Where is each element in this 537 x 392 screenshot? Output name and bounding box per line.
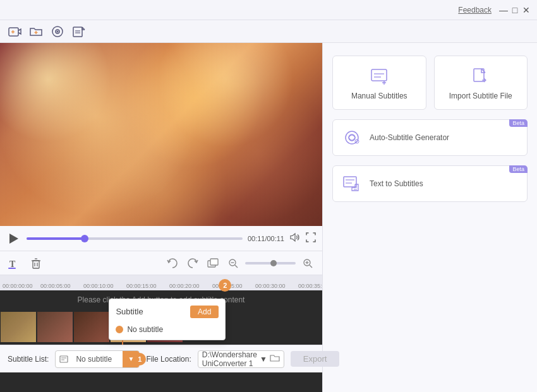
- close-button[interactable]: ✕: [521, 4, 532, 16]
- copy-tracks-icon[interactable]: [205, 255, 221, 271]
- folder-icon[interactable]: [270, 353, 280, 364]
- play-button[interactable]: [6, 231, 21, 246]
- time-display: 00:11/00:11: [248, 235, 284, 242]
- restore-button[interactable]: □: [509, 4, 521, 16]
- export-button[interactable]: Export: [291, 351, 340, 367]
- no-subtitle-item-label: No subtitle: [127, 325, 163, 334]
- svg-rect-15: [8, 268, 16, 269]
- svg-rect-38: [474, 69, 484, 81]
- svg-rect-16: [33, 261, 39, 268]
- fullscreen-icon[interactable]: [306, 232, 316, 244]
- feedback-link[interactable]: Feedback: [458, 6, 492, 15]
- subtitle-options-row: Manual Subtitles Import Subtitle File: [332, 56, 528, 110]
- left-panel: 00:11/00:11: [0, 43, 322, 392]
- video-bokeh: [0, 43, 322, 226]
- svg-rect-30: [60, 356, 68, 362]
- video-preview: [0, 43, 322, 226]
- ruler-label-6: 00:00:30:00: [255, 283, 286, 289]
- redo-icon[interactable]: [184, 255, 201, 271]
- file-location-path: D:\Wondershare UniConverter 1: [202, 350, 257, 368]
- auto-subtitle-label: Auto-Subtitle Generator: [370, 133, 449, 142]
- auto-subtitle-option[interactable]: Beta Auto-Subtitle Generator: [332, 119, 528, 156]
- subtitle-list-label: Subtitle List:: [8, 355, 49, 364]
- volume-icon[interactable]: [289, 232, 301, 244]
- import-subtitle-icon: [469, 65, 492, 88]
- progress-thumb: [81, 235, 88, 242]
- file-location-chevron: ▼: [260, 355, 267, 364]
- import-subtitle-label: Import Subtitle File: [449, 92, 512, 100]
- subtitle-select[interactable]: No subtitle ▼: [55, 350, 140, 368]
- right-panel: Manual Subtitles Import Subtitle File Be…: [322, 43, 537, 392]
- text-to-subtitle-label: Text to Subtitles: [370, 179, 423, 188]
- badge-2: 2: [219, 279, 231, 292]
- add-folder-icon[interactable]: [28, 23, 44, 40]
- minimize-button[interactable]: —: [498, 4, 509, 16]
- screen-record-icon[interactable]: [49, 23, 66, 40]
- add-video-icon[interactable]: [6, 23, 23, 40]
- zoom-thumb: [270, 260, 277, 266]
- text-to-subtitle-option[interactable]: Beta Text to Subtitles: [332, 165, 528, 202]
- svg-rect-22: [210, 259, 218, 265]
- subtitle-dropdown-menu: Subtitle Add No subtitle 2: [109, 299, 226, 340]
- no-subtitle-text: No subtitle: [72, 355, 123, 364]
- ruler-label-4: 00:00:20:00: [169, 283, 200, 289]
- manual-subtitles-option[interactable]: Manual Subtitles: [332, 56, 426, 110]
- dropdown-add-button[interactable]: Add: [190, 306, 219, 318]
- playback-bar: 00:11/00:11: [0, 226, 322, 251]
- dropdown-header: Subtitle Add: [109, 302, 225, 322]
- progress-bar[interactable]: [27, 237, 243, 240]
- import-icon[interactable]: [71, 23, 87, 40]
- ruler-label-7: 00:00:35:00: [298, 283, 322, 289]
- zoom-slider[interactable]: [245, 262, 296, 264]
- edit-right-tools: [164, 255, 316, 271]
- zoom-in-icon[interactable]: [299, 255, 316, 271]
- svg-rect-33: [371, 69, 387, 81]
- svg-point-40: [346, 131, 358, 144]
- play-triangle-icon: [9, 234, 18, 244]
- subtitle-bar: Subtitle List: No subtitle ▼ 1: [0, 345, 322, 372]
- svg-line-24: [235, 265, 238, 268]
- text-tool-icon[interactable]: T: [6, 255, 23, 271]
- svg-line-27: [310, 265, 312, 268]
- main-layout: 00:11/00:11: [0, 43, 537, 392]
- auto-subtitle-beta-badge: Beta: [509, 119, 528, 127]
- manual-subtitle-label: Manual Subtitles: [351, 92, 407, 100]
- undo-icon[interactable]: [164, 255, 181, 271]
- svg-rect-43: [344, 177, 356, 187]
- progress-fill: [27, 237, 85, 240]
- film-thumb-3: [74, 312, 109, 342]
- import-subtitle-option[interactable]: Import Subtitle File: [434, 56, 528, 110]
- text-to-subtitle-icon: [342, 174, 362, 194]
- radio-dot-icon: [116, 326, 123, 333]
- auto-subtitle-icon: [342, 128, 362, 148]
- svg-point-7: [57, 30, 59, 32]
- file-location-label: File Location:: [146, 355, 191, 364]
- ruler-label-3: 00:00:15:00: [126, 283, 157, 289]
- dropdown-no-subtitle-item[interactable]: No subtitle: [109, 322, 225, 337]
- title-bar: Feedback — □ ✕: [0, 0, 537, 20]
- subtitle-select-container: No subtitle ▼ 1 Subtitle Add No subtitle…: [55, 350, 140, 368]
- film-thumb-1: [1, 312, 36, 342]
- film-thumb-2: [37, 312, 73, 342]
- svg-rect-8: [73, 27, 82, 37]
- text-subtitle-beta-badge: Beta: [509, 165, 528, 173]
- edit-left-tools: T: [6, 255, 44, 271]
- ruler-label-1: 00:00:05:00: [40, 283, 71, 289]
- main-toolbar: [0, 20, 537, 43]
- zoom-out-icon[interactable]: [225, 255, 241, 271]
- edit-toolbar: T: [0, 251, 322, 275]
- dropdown-subtitle-label: Subtitle: [116, 307, 143, 316]
- badge-1: 1: [133, 353, 146, 365]
- subtitle-icon: [56, 355, 72, 363]
- ruler-label-0: 00:00:00:00: [3, 283, 33, 289]
- svg-text:T: T: [9, 259, 16, 269]
- ruler-label-2: 00:00:10:00: [83, 283, 114, 289]
- timeline-ruler: 00:00:00:00 00:00:05:00 00:00:10:00 00:0…: [0, 275, 322, 290]
- file-location-select[interactable]: D:\Wondershare UniConverter 1 ▼: [198, 350, 284, 368]
- delete-icon[interactable]: [28, 255, 44, 271]
- manual-subtitle-icon: [368, 65, 390, 88]
